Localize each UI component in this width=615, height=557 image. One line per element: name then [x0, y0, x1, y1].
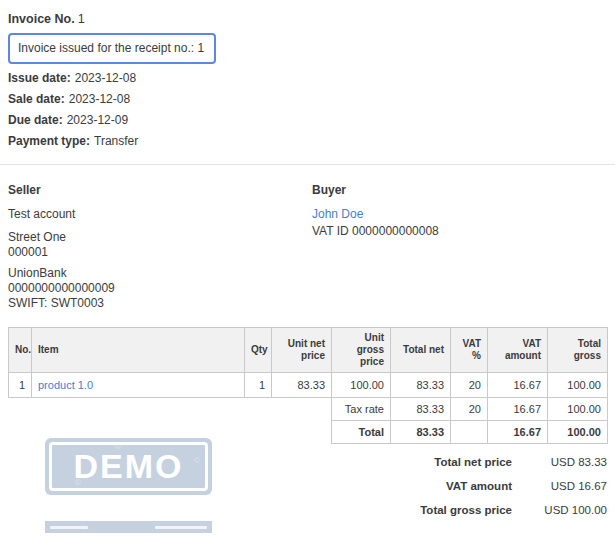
- buyer-section: Buyer John Doe VAT ID 0000000000008: [312, 183, 607, 311]
- total-gross-price-value: USD 100.00: [512, 498, 607, 522]
- header-total-gross: Total gross: [548, 328, 608, 373]
- total-gross-price-row: Total gross price USD 100.00: [420, 498, 607, 522]
- item-no: 1: [9, 373, 32, 398]
- seller-section: Seller Test account Street One 000001 Un…: [8, 183, 312, 311]
- summary-table: Total net price USD 83.33 VAT amount USD…: [420, 450, 607, 522]
- item-row: 1 product 1.0 1 83.33 100.00 83.33 20 16…: [9, 373, 608, 398]
- invoice-number-title: Invoice No.1: [8, 12, 607, 26]
- seller-bank-account: 0000000000000009: [8, 281, 312, 296]
- header-unit-net-price: Unit net price: [272, 328, 332, 373]
- tax-rate-label: Tax rate: [332, 398, 391, 421]
- header-no: No.: [9, 328, 32, 373]
- stamp-and-summary-row: © © © DEMO Total net price USD 83.33 VAT…: [8, 438, 607, 533]
- item-unit-net: 83.33: [272, 373, 332, 398]
- vat-amount-value: USD 16.67: [512, 474, 607, 498]
- payment-type-value: Transfer: [94, 134, 138, 148]
- receipt-note-box[interactable]: Invoice issued for the receipt no.: 1: [8, 33, 216, 64]
- header-item: Item: [32, 328, 245, 373]
- item-qty: 1: [245, 373, 272, 398]
- receipt-note-text: Invoice issued for the receipt no.: 1: [18, 41, 204, 55]
- seller-heading: Seller: [8, 183, 312, 197]
- issue-date-field: Issue date:2023-12-08: [8, 71, 607, 85]
- header-vat-pct: VAT %: [451, 328, 488, 373]
- buyer-heading: Buyer: [312, 183, 607, 197]
- copyright-watermark-icon: ©: [194, 456, 200, 465]
- tax-rate-vat-pct: 20: [451, 398, 488, 421]
- item-total-gross: 100.00: [548, 373, 608, 398]
- items-table-header-row: No. Item Qty Unit net price Unit gross p…: [9, 328, 608, 373]
- header-qty: Qty: [245, 328, 272, 373]
- item-link[interactable]: product 1.0: [38, 379, 93, 391]
- total-gross-price-label: Total gross price: [420, 498, 512, 522]
- demo-stamp: © © © DEMO: [45, 438, 212, 495]
- stamp-footer-strip: [45, 521, 212, 533]
- stamp-area: © © © DEMO: [8, 438, 308, 533]
- due-date-value: 2023-12-09: [67, 113, 128, 127]
- header-vat-amount: VAT amount: [488, 328, 548, 373]
- seller-bank-name: UnionBank: [8, 266, 312, 281]
- invoice-number-value: 1: [78, 12, 85, 26]
- due-date-label: Due date:: [8, 113, 63, 127]
- header-total-net: Total net: [391, 328, 451, 373]
- stamp-text: DEMO: [74, 447, 184, 486]
- sale-date-field: Sale date:2023-12-08: [8, 92, 607, 106]
- header-unit-gross-price: Unit gross price: [332, 328, 391, 373]
- summary-area: Total net price USD 83.33 VAT amount USD…: [308, 438, 607, 533]
- seller-name: Test account: [8, 207, 312, 222]
- sale-date-value: 2023-12-08: [69, 92, 130, 106]
- vat-amount-row: VAT amount USD 16.67: [420, 474, 607, 498]
- item-unit-gross: 100.00: [332, 373, 391, 398]
- strip-text-right: [155, 526, 207, 529]
- due-date-field: Due date:2023-12-09: [8, 113, 607, 127]
- strip-text-left: [50, 526, 88, 529]
- tax-rate-total-gross: 100.00: [548, 398, 608, 421]
- invoice-number-label: Invoice No.: [8, 12, 75, 26]
- buyer-name-link[interactable]: John Doe: [312, 207, 363, 221]
- item-vat-amount: 16.67: [488, 373, 548, 398]
- payment-type-field: Payment type:Transfer: [8, 134, 607, 148]
- total-net-price-row: Total net price USD 83.33: [420, 450, 607, 474]
- issue-date-value: 2023-12-08: [75, 71, 136, 85]
- total-net-price-label: Total net price: [420, 450, 512, 474]
- seller-address-street: Street One: [8, 230, 312, 245]
- sale-date-label: Sale date:: [8, 92, 65, 106]
- item-vat-pct: 20: [451, 373, 488, 398]
- parties-section: Seller Test account Street One 000001 Un…: [8, 183, 607, 311]
- vat-amount-label: VAT amount: [420, 474, 512, 498]
- total-net-price-value: USD 83.33: [512, 450, 607, 474]
- payment-type-label: Payment type:: [8, 134, 90, 148]
- tax-rate-vat-amount: 16.67: [488, 398, 548, 421]
- seller-swift: SWIFT: SWT0003: [8, 296, 312, 311]
- tax-rate-row: Tax rate 83.33 20 16.67 100.00: [332, 398, 608, 421]
- invoice-meta: Issue date:2023-12-08 Sale date:2023-12-…: [8, 71, 607, 148]
- tax-rate-total-net: 83.33: [391, 398, 451, 421]
- section-divider: [0, 164, 615, 165]
- buyer-vat-id: VAT ID 0000000000008: [312, 224, 607, 239]
- seller-address-zip: 000001: [8, 245, 312, 260]
- issue-date-label: Issue date:: [8, 71, 71, 85]
- item-total-net: 83.33: [391, 373, 451, 398]
- items-table: No. Item Qty Unit net price Unit gross p…: [8, 327, 608, 398]
